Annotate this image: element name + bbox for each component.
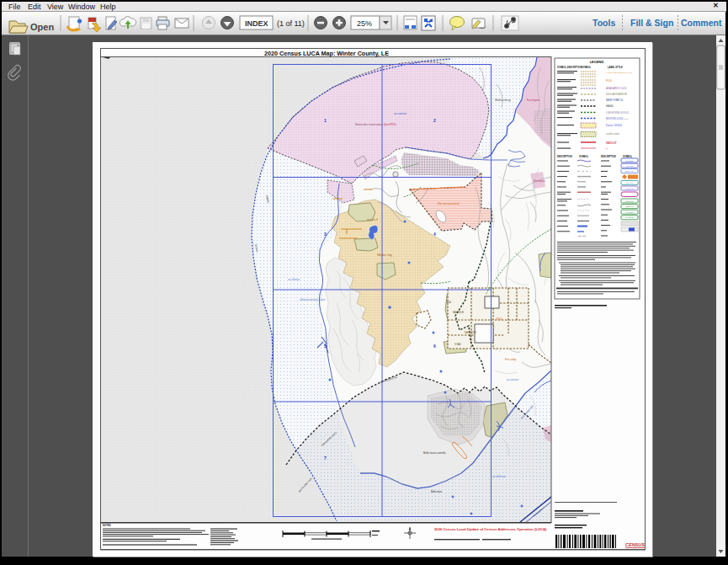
svg-text:S NAS: S NAS [454, 343, 461, 346]
svg-text:ac deleicae: ac deleicae [492, 475, 506, 478]
svg-text:NEW YORK 51: NEW YORK 51 [606, 99, 624, 102]
svg-text:Census Bl: Census Bl [625, 216, 634, 218]
svg-text:5: 5 [324, 344, 327, 349]
svg-text:Urban Gro: Urban Gro [625, 200, 635, 202]
svg-text:Fort canby: Fort canby [505, 358, 517, 361]
svg-text:ANADARKO 0120: ANADARKO 0120 [606, 87, 627, 90]
svg-text:Farrington: Farrington [534, 179, 545, 183]
svg-text:DESCRIPTION: DESCRIPTION [557, 155, 572, 158]
svg-text:CENSUS: CENSUS [625, 542, 645, 547]
svg-text:Bello lacto castello: Bello lacto castello [423, 451, 446, 455]
svg-text:INDEX: INDEX [245, 19, 268, 28]
svg-text:Not incorporated: Not incorporated [438, 202, 459, 205]
svg-text:8050 ANN ARBOR: 8050 ANN ARBOR [606, 93, 628, 96]
svg-text:(1 of 11): (1 of 11) [277, 19, 305, 28]
svg-text:melanta fe: melanta fe [367, 218, 379, 221]
svg-text:1: 1 [324, 118, 327, 123]
svg-text:Cnty Rd: Cnty Rd [626, 182, 634, 184]
svg-text:09211.07: 09211.07 [606, 141, 617, 145]
svg-text:Forest Sv: Forest Sv [625, 211, 634, 213]
svg-text:Davis 16100: Davis 16100 [606, 124, 622, 127]
svg-text:2: 2 [433, 118, 436, 123]
svg-text:ac alleliac: ac alleliac [288, 278, 300, 281]
svg-text:Farrington: Farrington [527, 99, 540, 102]
svg-text:SYMBOL: SYMBOL [579, 155, 589, 158]
svg-text:NAS WILM: NAS WILM [453, 311, 464, 314]
svg-text:6: 6 [433, 344, 436, 349]
svg-text:ac canvas: ac canvas [394, 112, 407, 115]
svg-text:06000: 06000 [606, 104, 614, 108]
svg-text:State Hwy: State Hwy [625, 170, 635, 173]
svg-text:castle creek: castle creek [606, 132, 620, 136]
svg-text:F100: F100 [606, 79, 612, 83]
svg-text:Wallaceburg: Wallaceburg [495, 99, 511, 102]
svg-text:Interstate: Interstate [625, 160, 635, 163]
svg-text:SYMBOL: SYMBOL [623, 155, 633, 158]
svg-text:Open: Open [30, 22, 54, 32]
svg-text:Winter city: Winter city [377, 253, 392, 257]
svg-text:Fed Hwy: Fed Hwy [625, 165, 634, 168]
svg-text:LEGEND: LEGEND [590, 60, 604, 64]
svg-text:Nanticoke reservation (dee/R91: Nanticoke reservation (dee/R91) [355, 123, 396, 126]
svg-text:LABEL STYLE: LABEL STYLE [608, 66, 623, 69]
svg-text:2020 Census Local Update of Ce: 2020 Census Local Update of Census Addre… [434, 527, 547, 531]
svg-text:7: 7 [324, 456, 327, 461]
svg-text:allinunciamicity canot: allinunciamicity canot [300, 298, 325, 301]
svg-text:ac canvas: ac canvas [507, 378, 519, 381]
svg-text:NAS WILM: NAS WILM [465, 331, 477, 334]
svg-text:S100: S100 [446, 301, 452, 304]
svg-text:F100: F100 [497, 317, 502, 321]
svg-text:DESCRIPTION: DESCRIPTION [601, 155, 616, 158]
svg-text:2020 Census LUCA Map: Winter: 2020 Census LUCA Map: Winter County, LE [264, 50, 389, 57]
svg-text:LAKEHURST-TOMS RIV 0660: LAKEHURST-TOMS RIV 0660 [606, 72, 633, 73]
svg-text:25%: 25% [357, 19, 372, 28]
svg-text:SYMBOL DESCRIPTION: SYMBOL DESCRIPTION [557, 66, 582, 69]
svg-text:Nation Pk: Nation Pk [625, 205, 634, 207]
svg-text:3: 3 [324, 232, 327, 237]
svg-text:NOTES: NOTES [103, 524, 111, 527]
svg-text:Bello shore: Bello shore [431, 490, 443, 493]
svg-text:Local Rd: Local Rd [625, 188, 634, 190]
svg-text:LSE BOWIE 40%LD: LSE BOWIE 40%LD [606, 111, 630, 115]
svg-text:SYMBOL: SYMBOL [582, 66, 592, 69]
svg-text:4: 4 [433, 232, 436, 237]
